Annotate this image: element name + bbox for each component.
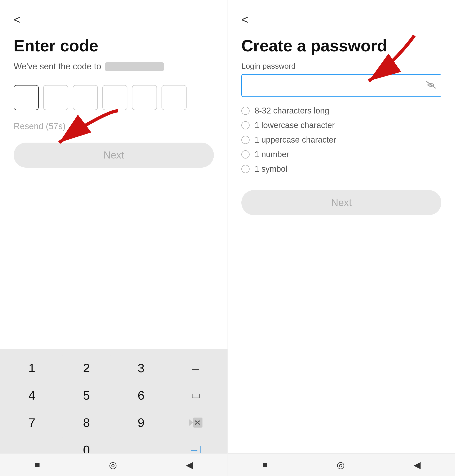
req-circle-number [241,150,250,159]
req-text-lowercase: 1 lowercase character [255,121,335,130]
key-6[interactable]: 6 [116,383,166,408]
key-9[interactable]: 9 [116,410,166,435]
back-button-left[interactable]: < [14,14,27,25]
keyboard-row-3: 7 8 9 [5,410,223,435]
req-item-number: 1 number [241,150,441,159]
nav-bar-right: ■ ◎ ◀ [228,453,455,476]
keyboard: 1 2 3 – 4 5 6 ⌴ 7 8 9 , 0 . →| ■ ◎ [0,349,228,476]
red-arrow-left [41,106,127,152]
key-8[interactable]: 8 [61,410,112,435]
req-text-symbol: 1 symbol [255,164,287,174]
enter-code-title: Enter code [14,37,214,55]
keyboard-row-1: 1 2 3 – [5,355,223,380]
req-item-symbol: 1 symbol [241,164,441,174]
nav-bar-left: ■ ◎ ◀ [0,453,228,476]
key-space[interactable]: ⌴ [171,383,221,408]
nav-circle-right[interactable]: ◎ [337,460,345,470]
req-item-lowercase: 1 lowercase character [241,121,441,130]
req-circle-symbol [241,165,250,173]
nav-circle-left[interactable]: ◎ [109,460,117,470]
req-item-length: 8-32 characters long [241,106,441,115]
svg-marker-2 [189,419,193,426]
nav-square-left[interactable]: ■ [35,460,40,470]
requirements-list: 8-32 characters long 1 lowercase charact… [241,106,441,179]
key-7[interactable]: 7 [7,410,57,435]
key-1[interactable]: 1 [7,355,57,380]
back-button-right[interactable]: < [241,14,255,25]
nav-back-left[interactable]: ◀ [186,460,193,470]
key-3[interactable]: 3 [116,355,166,380]
req-text-uppercase: 1 uppercase character [255,135,336,145]
next-button-right[interactable]: Next [241,190,441,215]
nav-square-right[interactable]: ■ [262,460,268,470]
req-circle-lowercase [241,121,250,129]
req-circle-length [241,107,250,115]
key-5[interactable]: 5 [61,383,112,408]
req-text-number: 1 number [255,150,289,159]
red-arrow-right [350,29,428,88]
key-backspace[interactable] [171,410,221,435]
key-dash[interactable]: – [171,355,221,380]
subtitle-text: We've sent the code to [14,62,101,71]
otp-box-5[interactable] [132,85,157,110]
req-item-uppercase: 1 uppercase character [241,135,441,145]
otp-box-6[interactable] [162,85,187,110]
blurred-email [105,62,164,71]
subtitle: We've sent the code to [14,62,214,71]
otp-box-1[interactable] [14,85,39,110]
req-circle-uppercase [241,136,250,144]
keyboard-row-2: 4 5 6 ⌴ [5,383,223,408]
left-panel: < Enter code We've sent the code to Rese… [0,0,228,476]
key-2[interactable]: 2 [61,355,112,380]
right-panel: < Create a password Login password 8-32 [228,0,455,476]
req-text-length: 8-32 characters long [255,106,329,115]
key-4[interactable]: 4 [7,383,57,408]
nav-back-right[interactable]: ◀ [414,460,421,470]
